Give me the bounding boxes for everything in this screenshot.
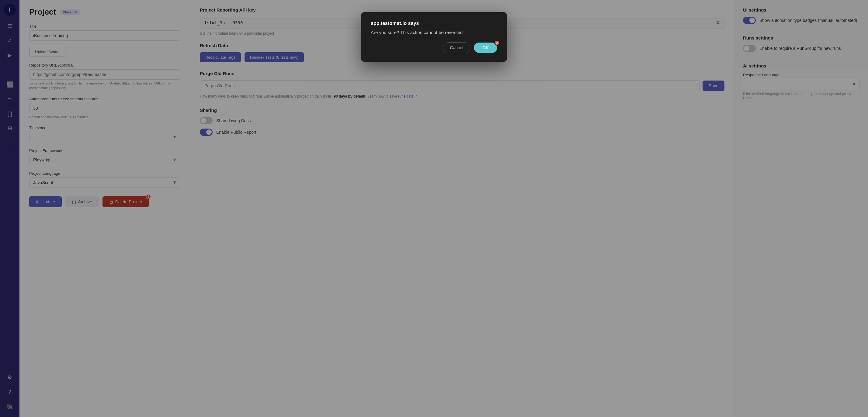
dialog-ok-button[interactable]: OK 2 — [474, 42, 497, 53]
dialog-overlay: app.testomat.io says Are you sure? This … — [0, 0, 868, 417]
dialog-message: Are you sure? This action cannot be reve… — [371, 30, 497, 35]
dialog-ok-badge: 2 — [494, 40, 500, 45]
dialog-actions: Cancel OK 2 — [371, 42, 497, 53]
dialog-ok-label: OK — [483, 45, 489, 50]
dialog-origin: app.testomat.io says — [371, 21, 497, 26]
dialog-box: app.testomat.io says Are you sure? This … — [361, 12, 507, 62]
dialog-cancel-button[interactable]: Cancel — [443, 42, 470, 53]
